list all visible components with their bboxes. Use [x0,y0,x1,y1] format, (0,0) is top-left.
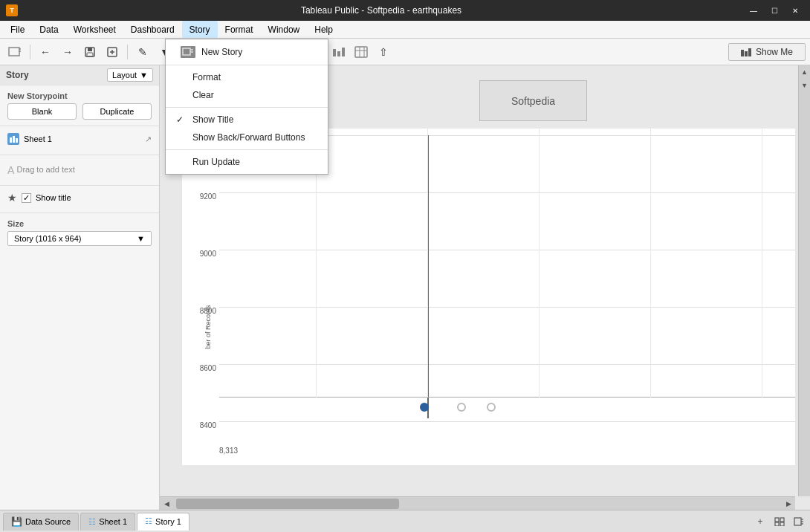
sheet-tab-icon: ☷ [88,517,96,527]
menu-new-story[interactable]: New Story [166,42,328,62]
y-label-9200: 9200 [182,192,219,201]
svg-rect-17 [745,51,748,56]
new-story-icon[interactable] [4,42,25,62]
layout-dropdown[interactable]: Layout ▼ [107,68,153,82]
drag-text-label: Drag to add text [16,165,74,174]
menu-window[interactable]: Window [261,21,308,38]
svg-rect-21 [16,138,18,143]
layout-arrow: ▼ [140,71,148,80]
vgrid-3 [539,129,540,398]
softpedia-label: Softpedia [511,95,555,107]
menu-run-update[interactable]: Run Update [166,153,328,171]
svg-rect-4 [88,48,92,51]
back-button[interactable]: ← [35,42,56,62]
pen-icon[interactable]: ✎ [132,42,153,62]
svg-rect-16 [741,50,744,56]
svg-rect-29 [794,518,801,525]
save-button[interactable] [80,42,100,62]
svg-rect-12 [355,47,367,57]
show-me-label: Show Me [756,47,793,57]
scroll-right-arrow[interactable]: ▶ [782,497,795,510]
forward-button[interactable]: → [57,42,78,62]
toolbar-separator-2 [127,45,128,59]
export-icon: ↗ [145,134,152,144]
new-storypoint-label: New Storypoint [0,85,159,103]
chart-icon[interactable] [328,42,349,62]
data-source-label: Data Source [25,517,71,526]
app-icon: T [6,4,18,16]
menu-show-back-forward[interactable]: Show Back/Forward Buttons [166,129,328,146]
baseline [219,397,795,398]
svg-rect-27 [775,522,779,526]
vertical-scrollbar[interactable]: ▲ ▼ [798,65,810,496]
divider-1 [0,155,159,155]
menu-data[interactable]: Data [32,21,65,38]
vgrid-2 [427,129,428,398]
scroll-left-arrow[interactable]: ◀ [160,497,173,510]
new-sheet-button[interactable]: + [752,513,768,530]
duplicate-button[interactable]: Duplicate [82,103,152,120]
close-button[interactable]: ✕ [786,4,804,17]
format-label: Format [192,72,221,82]
menu-worksheet[interactable]: Worksheet [66,21,123,38]
story-dropdown-menu: New Story Format Clear ✓ Show Title Show… [165,39,328,175]
chart-area: ber of Records 9400 9200 9000 8800 8600 … [182,129,795,465]
bottom-value: 8,313 [219,447,238,455]
storypoint-buttons: Blank Duplicate [0,103,159,126]
drag-text: A Drag to add text [0,158,159,182]
tab-story1[interactable]: ☷ Story 1 [137,513,189,531]
toolbar-separator-1 [30,45,30,59]
blank-button[interactable]: Blank [7,103,77,120]
new-story-tab-button[interactable] [791,513,807,530]
story-title-box[interactable]: Softpedia [479,80,587,121]
menubar: File Data Worksheet Dashboard Story Form… [0,21,810,39]
add-button[interactable] [102,42,123,62]
sheet-1-item[interactable]: Sheet 1 ↗ [0,129,159,149]
svg-rect-22 [183,48,190,55]
menu-show-title[interactable]: ✓ Show Title [166,111,328,129]
grid-9000 [219,250,795,250]
sheets-section: Sheet 1 ↗ [0,126,159,152]
scroll-thumb-h[interactable] [176,499,399,509]
show-title-checkbox[interactable]: ✓ [22,193,31,203]
sheet1-tab-label: Sheet 1 [99,517,127,526]
svg-rect-25 [775,518,779,522]
toolbar: ← → ✎ ▼ 📎 T 📌 ▼ ⇧ Show Me [0,39,810,65]
menu-story[interactable]: Story [182,21,218,38]
svg-rect-10 [337,51,340,56]
tabbar: 💾 Data Source ☷ Sheet 1 ☷ Story 1 + [0,510,810,532]
minimize-button[interactable]: — [745,4,762,17]
menu-sep-3 [166,149,328,150]
size-arrow: ▼ [137,234,145,243]
menu-help[interactable]: Help [307,21,340,38]
menu-format[interactable]: Format [166,68,328,86]
show-me-button[interactable]: Show Me [728,43,806,61]
show-title-label: Show title [36,193,71,202]
table-icon[interactable] [351,42,372,62]
clear-label: Clear [192,90,214,100]
svg-rect-9 [333,49,336,56]
tab-data-source[interactable]: 💾 Data Source [3,513,79,531]
menu-clear[interactable]: Clear [166,86,328,104]
new-dashboard-button[interactable] [771,513,788,530]
size-dropdown[interactable]: Story (1016 x 964) ▼ [7,231,152,246]
svg-rect-0 [9,48,19,56]
titlebar: T Tableau Public - Softpedia - earthquak… [0,0,810,21]
scroll-down-arrow[interactable]: ▼ [799,79,810,92]
tab-sheet1[interactable]: ☷ Sheet 1 [80,513,135,531]
horizontal-scrollbar[interactable]: ◀ ▶ [160,496,795,510]
y-label-8800: 8800 [182,307,219,315]
maximize-button[interactable]: ☐ [765,4,783,17]
menu-format[interactable]: Format [218,21,261,38]
divider-2 [0,185,159,186]
svg-rect-19 [10,137,12,143]
menu-dashboard[interactable]: Dashboard [123,21,182,38]
story-tab-icon: ☷ [145,516,152,526]
scroll-up-arrow[interactable]: ▲ [799,65,810,79]
svg-rect-18 [748,48,751,56]
show-title-row: ★ ✓ Show title [0,189,159,210]
menu-file[interactable]: File [3,21,32,38]
share-icon[interactable]: ⇧ [373,42,394,62]
left-panel: Story Layout ▼ New Storypoint Blank Dupl… [0,65,160,510]
sheet-icon [7,133,19,145]
